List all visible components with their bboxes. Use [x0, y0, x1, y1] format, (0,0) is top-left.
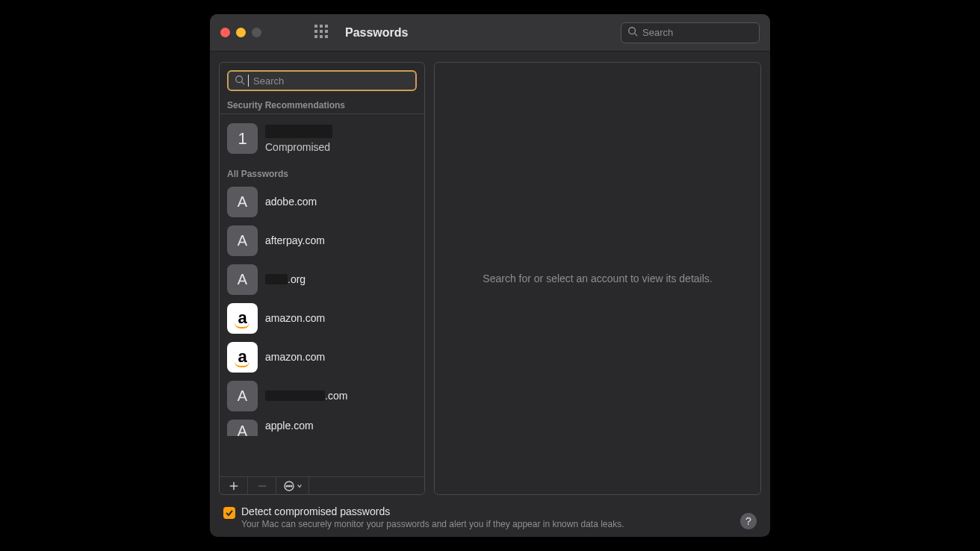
password-item[interactable]: A adobe.com [220, 182, 424, 221]
minimize-button[interactable] [236, 28, 246, 37]
titlebar: Passwords Search [210, 14, 770, 52]
panes: Search Security Recommendations 1 Compro… [219, 62, 761, 495]
site-letter-icon: A [227, 225, 258, 256]
more-button[interactable] [276, 477, 309, 494]
maximize-button [252, 28, 261, 37]
password-item[interactable]: A .org [220, 260, 424, 299]
password-item[interactable]: a amazon.com [220, 337, 424, 376]
search-icon [235, 75, 245, 87]
svg-rect-2 [325, 25, 328, 28]
recommendation-status: Compromised [265, 141, 409, 153]
footer-title: Detect compromised passwords [241, 505, 734, 517]
site-letter-icon: A [227, 187, 258, 217]
svg-rect-4 [320, 30, 323, 33]
text-caret [248, 75, 249, 87]
section-all-label: All Passwords [220, 163, 424, 182]
footer: Detect compromised passwords Your Mac ca… [219, 495, 761, 529]
svg-rect-5 [325, 30, 328, 33]
nav-arrows [281, 26, 294, 40]
password-list: A adobe.com A afterpay.com A .org [220, 182, 424, 476]
footer-desc: Your Mac can securely monitor your passw… [241, 519, 734, 529]
detail-pane: Search for or select an account to view … [434, 62, 761, 495]
svg-point-19 [286, 485, 288, 487]
svg-rect-8 [325, 35, 328, 38]
svg-point-9 [629, 28, 636, 34]
recommendation-count-badge: 1 [227, 123, 258, 154]
password-item[interactable]: A .com [220, 376, 424, 415]
password-item-label: apple.com [265, 420, 314, 432]
svg-line-12 [242, 81, 245, 84]
password-item-label: .org [265, 273, 306, 285]
remove-button [248, 477, 276, 494]
password-item[interactable]: a amazon.com [220, 299, 424, 337]
window-title: Passwords [345, 26, 615, 40]
amazon-icon: a [227, 303, 258, 334]
detect-compromised-checkbox[interactable] [223, 507, 235, 519]
toolbar-search[interactable]: Search [621, 22, 760, 43]
password-item-label: amazon.com [265, 312, 325, 324]
passwords-window: Passwords Search [210, 14, 770, 537]
add-button[interactable] [220, 477, 248, 494]
svg-rect-7 [320, 35, 323, 38]
site-letter-icon: A [227, 381, 258, 411]
svg-rect-6 [314, 35, 317, 38]
help-button[interactable]: ? [740, 513, 757, 529]
svg-point-21 [291, 485, 292, 487]
sidebar-toolbar [220, 476, 424, 494]
sidebar-search-placeholder: Search [253, 75, 284, 87]
password-item-label: amazon.com [265, 351, 325, 363]
grid-icon[interactable] [314, 24, 329, 42]
svg-point-20 [288, 485, 290, 487]
password-item-label: .com [265, 390, 347, 402]
password-item-label: adobe.com [265, 196, 317, 208]
svg-point-11 [236, 75, 243, 82]
sidebar-search-input[interactable]: Search [227, 70, 417, 91]
svg-rect-1 [320, 25, 323, 28]
recommendation-item[interactable]: 1 Compromised [220, 114, 424, 163]
content: Search Security Recommendations 1 Compro… [210, 52, 770, 537]
traffic-lights [220, 28, 261, 37]
password-item-label: afterpay.com [265, 234, 325, 246]
site-letter-icon: A [227, 264, 258, 295]
toolbar-search-placeholder: Search [642, 27, 673, 38]
password-item[interactable]: A afterpay.com [220, 221, 424, 260]
redacted-text [265, 274, 288, 284]
amazon-icon: a [227, 342, 258, 373]
redacted-text [265, 125, 332, 138]
svg-line-10 [635, 34, 638, 37]
svg-rect-0 [314, 25, 317, 28]
close-button[interactable] [220, 28, 230, 37]
redacted-text [265, 390, 325, 401]
svg-rect-3 [314, 30, 317, 33]
sidebar: Search Security Recommendations 1 Compro… [219, 62, 425, 495]
detail-placeholder: Search for or select an account to view … [483, 273, 712, 284]
section-recommendations-label: Security Recommendations [220, 94, 424, 113]
search-icon [627, 26, 638, 39]
password-item[interactable]: A apple.com [220, 415, 424, 436]
site-letter-icon: A [227, 420, 258, 436]
